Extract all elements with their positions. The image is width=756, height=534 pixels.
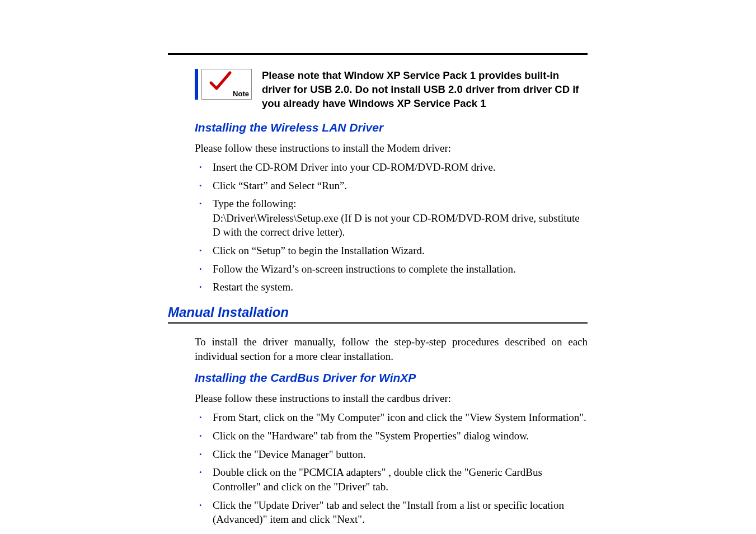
note-icon-container: Note xyxy=(195,69,252,100)
list-item: Click on “Setup” to begin the Installati… xyxy=(195,243,588,258)
list-item-text: Insert the CD-ROM Driver into your CD-RO… xyxy=(213,161,496,173)
list-item-text: From Start, click on the "My Computer" i… xyxy=(213,411,586,423)
manual-intro: To install the driver manually, follow t… xyxy=(195,335,588,363)
heading-wlan: Installing the Wireless LAN Driver xyxy=(195,121,588,134)
list-item: Follow the Wizard’s on-screen instructio… xyxy=(195,262,588,277)
list-item-text: Type the following: xyxy=(213,198,297,209)
document-page: Note Please note that Window XP Service … xyxy=(168,53,588,534)
wlan-steps-list: Insert the CD-ROM Driver into your CD-RO… xyxy=(195,160,588,294)
list-item: Click “Start” and Select “Run”. xyxy=(195,179,588,193)
list-item: Click the "Device Manager" button. xyxy=(195,447,588,462)
note-icon-label: Note xyxy=(233,90,249,98)
list-item: Click on the "Hardware" tab from the "Sy… xyxy=(195,429,588,443)
list-item: Insert the CD-ROM Driver into your CD-RO… xyxy=(195,160,588,175)
list-item: Type the following: D:\Driver\Wireless\S… xyxy=(195,196,588,240)
note-callout: Note Please note that Window XP Service … xyxy=(195,69,588,111)
heading-manual-installation: Manual Installation xyxy=(168,305,588,320)
wlan-intro: Please follow these instructions to inst… xyxy=(195,142,588,154)
list-item-text: Click the "Device Manager" button. xyxy=(213,448,366,460)
note-text: Please note that Window XP Service Pack … xyxy=(262,69,588,111)
heading-cardbus: Installing the CardBus Driver for WinXP xyxy=(195,371,588,385)
heading-underline xyxy=(168,322,588,324)
list-item: Double click on the "PCMCIA adapters" , … xyxy=(195,465,588,494)
list-item-text: Double click on the "PCMCIA adapters" , … xyxy=(213,466,542,493)
list-item-subtext: D:\Driver\Wireless\Setup.exe (If D is no… xyxy=(213,211,588,240)
list-item: Click the "Update Driver" tab and select… xyxy=(195,498,588,527)
list-item-text: Click on the "Hardware" tab from the "Sy… xyxy=(213,430,529,442)
list-item-text: Restart the system. xyxy=(213,281,293,293)
list-item-text: Click the "Update Driver" tab and select… xyxy=(213,499,564,526)
top-rule xyxy=(168,53,588,55)
list-item-text: Follow the Wizard’s on-screen instructio… xyxy=(213,263,516,275)
list-item: From Start, click on the "My Computer" i… xyxy=(195,410,588,425)
cardbus-intro: Please follow these instructions to inst… xyxy=(195,392,588,405)
cardbus-steps-list: From Start, click on the "My Computer" i… xyxy=(195,410,588,526)
list-item: Restart the system. xyxy=(195,280,588,294)
checkmark-icon xyxy=(209,71,232,94)
list-item-text: Click on “Setup” to begin the Installati… xyxy=(213,245,425,256)
list-item-text: Click “Start” and Select “Run”. xyxy=(213,180,347,191)
note-icon: Note xyxy=(201,69,252,100)
